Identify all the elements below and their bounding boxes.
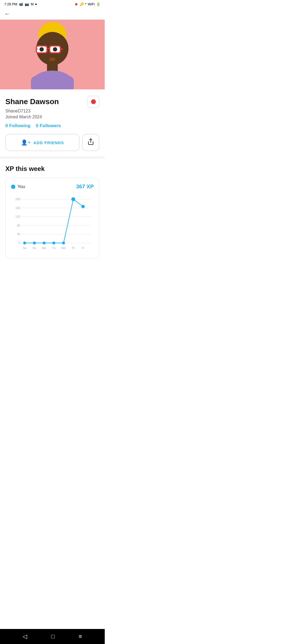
header: ← — [0, 8, 105, 20]
add-friends-label: ADD FRIENDS — [34, 140, 64, 145]
xp-section: XP this week You 367 XP 200 160 120 — [0, 159, 105, 265]
svg-point-42 — [62, 241, 65, 244]
svg-rect-15 — [47, 64, 58, 72]
svg-point-40 — [43, 241, 46, 244]
profile-name: Shane Dawson — [5, 97, 59, 106]
record-button[interactable] — [88, 96, 99, 108]
xp-chart: 200 160 120 80 40 0 Sa Su Mo Tu We Th Fr — [11, 194, 94, 253]
person-add-icon: 👤+ — [21, 139, 31, 146]
followers-link[interactable]: 0 Followers — [36, 123, 61, 129]
record-circle-icon — [91, 99, 96, 104]
nav-back-button[interactable]: ◁ — [23, 633, 27, 640]
legend-left: You — [11, 184, 25, 189]
video-icon: 📹 — [19, 2, 23, 6]
following-link[interactable]: 0 Following — [5, 123, 31, 129]
svg-text:Th: Th — [72, 246, 75, 250]
svg-point-14 — [49, 57, 56, 61]
svg-point-10 — [39, 47, 44, 52]
action-row: 👤+ ADD FRIENDS — [0, 134, 105, 156]
bottom-nav: ◁ □ ≡ — [0, 629, 105, 644]
avatar-section — [0, 20, 105, 89]
chart-card: You 367 XP 200 160 120 80 40 0 — [5, 178, 99, 259]
status-time: 7:28 PM — [4, 2, 17, 6]
status-left: 7:28 PM 📹 📷 M — [4, 2, 37, 6]
svg-rect-13 — [61, 49, 63, 50]
svg-rect-17 — [31, 76, 74, 89]
social-row: 0 Following 0 Followers — [5, 123, 99, 129]
legend-label: You — [17, 184, 25, 189]
svg-text:120: 120 — [15, 215, 20, 218]
svg-text:Tu: Tu — [52, 246, 55, 250]
svg-point-41 — [52, 241, 55, 244]
status-bar: 7:28 PM 📹 📷 M ⏺ 🔑 * WiFi 🔋 — [0, 0, 105, 8]
nav-home-button[interactable]: □ — [51, 633, 55, 640]
svg-point-11 — [53, 47, 57, 52]
screen-record-icon: ⏺ — [75, 2, 78, 6]
svg-text:We: We — [61, 246, 66, 250]
nav-menu-button[interactable]: ≡ — [79, 633, 82, 640]
svg-text:Fr: Fr — [82, 246, 85, 250]
bluetooth-icon: * — [85, 2, 86, 6]
add-friends-button[interactable]: 👤+ ADD FRIENDS — [5, 134, 79, 151]
profile-name-row: Shane Dawson — [5, 96, 99, 108]
svg-text:160: 160 — [15, 206, 20, 210]
section-divider — [0, 156, 105, 159]
chart-legend: You 367 XP — [11, 184, 94, 190]
avatar-image — [20, 20, 85, 89]
svg-text:0: 0 — [19, 241, 20, 244]
share-icon — [87, 138, 94, 147]
key-icon: 🔑 — [79, 2, 84, 6]
notification-dot — [35, 3, 37, 5]
chart-container: 200 160 120 80 40 0 Sa Su Mo Tu We Th Fr — [11, 194, 94, 253]
svg-text:Su: Su — [32, 246, 36, 250]
svg-text:40: 40 — [17, 232, 20, 236]
svg-text:Mo: Mo — [42, 246, 46, 250]
wifi-icon: WiFi — [88, 2, 95, 6]
video2-icon: 📷 — [25, 2, 29, 6]
profile-info: Shane Dawson ShaneD7123 Joined March 202… — [0, 89, 105, 129]
back-button[interactable]: ← — [4, 10, 10, 17]
xp-title: XP this week — [5, 165, 99, 173]
svg-rect-12 — [36, 49, 38, 50]
profile-username: ShaneD7123 — [5, 109, 99, 114]
gmail-icon: M — [31, 2, 34, 6]
svg-point-43 — [71, 197, 75, 201]
svg-point-44 — [81, 205, 85, 208]
svg-text:200: 200 — [15, 197, 20, 201]
xp-value: 367 XP — [76, 184, 94, 190]
svg-text:Sa: Sa — [23, 246, 27, 250]
status-right: ⏺ 🔑 * WiFi 🔋 — [75, 2, 100, 6]
share-button[interactable] — [82, 134, 99, 151]
svg-rect-9 — [48, 48, 50, 49]
svg-point-39 — [33, 241, 36, 244]
battery-icon: 🔋 — [96, 2, 100, 6]
svg-text:80: 80 — [17, 224, 20, 227]
legend-dot-icon — [11, 185, 15, 189]
profile-joined: Joined March 2024 — [5, 115, 99, 119]
svg-point-38 — [23, 241, 26, 244]
